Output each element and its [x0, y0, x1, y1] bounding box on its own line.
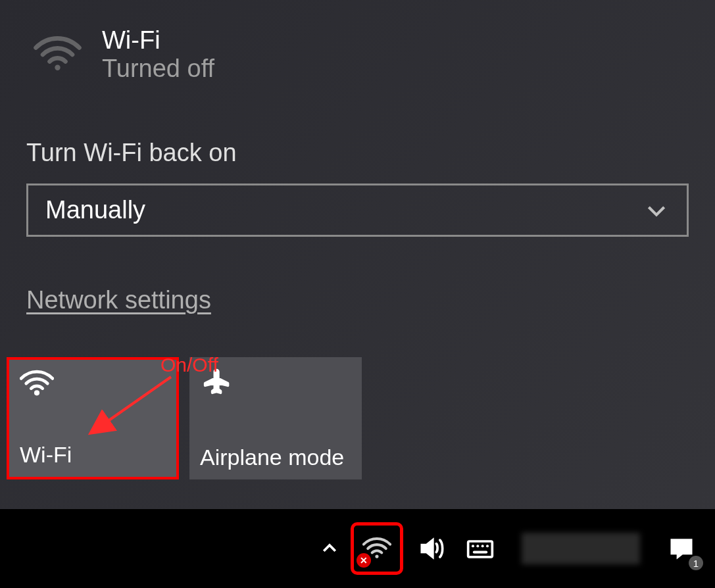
- dropdown-value: Manually: [45, 196, 145, 224]
- notification-count-badge: 1: [689, 556, 703, 570]
- tray-network-icon[interactable]: [351, 522, 403, 575]
- wifi-status-header: Wi-Fi Turned off: [33, 26, 689, 83]
- wifi-toggle-tile[interactable]: Wi-Fi: [7, 357, 179, 479]
- quick-action-tiles: Wi-Fi Airplane mode: [7, 357, 689, 479]
- wifi-icon: [33, 35, 82, 74]
- wifi-status: Turned off: [102, 55, 214, 83]
- tray-volume-icon[interactable]: [411, 528, 452, 569]
- airplane-mode-tile[interactable]: Airplane mode: [189, 357, 362, 479]
- speaker-icon: [417, 534, 446, 563]
- tray-notifications-icon[interactable]: 1: [661, 528, 702, 569]
- svg-rect-1: [468, 541, 493, 557]
- chevron-down-icon: [643, 197, 670, 224]
- wifi-icon: [20, 369, 54, 398]
- airplane-icon: [200, 366, 234, 395]
- chevron-up-icon: [320, 539, 339, 558]
- turn-back-label: Turn Wi-Fi back on: [26, 139, 689, 167]
- wifi-error-badge: [357, 553, 371, 568]
- keyboard-icon: [466, 534, 495, 563]
- turn-back-dropdown[interactable]: Manually: [26, 184, 689, 237]
- tray-keyboard-icon[interactable]: [460, 528, 501, 569]
- network-settings-link[interactable]: Network settings: [26, 286, 211, 314]
- wifi-tile-label: Wi-Fi: [20, 442, 166, 468]
- tray-clock-blurred: [522, 533, 640, 564]
- airplane-tile-label: Airplane mode: [200, 445, 351, 470]
- wifi-title: Wi-Fi: [102, 26, 214, 55]
- tray-overflow-button[interactable]: [316, 528, 343, 569]
- taskbar: 1: [0, 509, 715, 588]
